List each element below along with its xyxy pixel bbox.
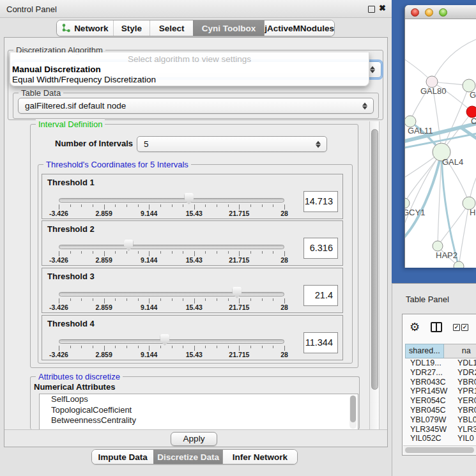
cell[interactable]: YPR1 <box>454 387 476 396</box>
scale-label: 9.144 <box>141 351 157 358</box>
table-row[interactable]: YDR27...YDR2 <box>405 368 476 378</box>
apply-row: Apply <box>4 429 387 447</box>
group-title: Table Data <box>19 88 63 98</box>
cell[interactable]: YER054C <box>405 396 454 406</box>
zoom-traffic-light-icon[interactable] <box>439 8 447 17</box>
network-view-window[interactable]: GAL80 G C GAL11 GAL4 GCY1 H HAP2 <box>404 5 476 268</box>
tab-jactivemnodules[interactable]: jActiveMNodules <box>264 20 334 36</box>
slider-track[interactable] <box>59 339 284 344</box>
list-item[interactable]: SelfLoops <box>40 394 358 405</box>
node-hap2[interactable] <box>433 241 443 251</box>
popup-placeholder-option[interactable]: Select algorithm to view settings <box>10 52 369 65</box>
group-title: Interval Definition <box>36 119 105 129</box>
table-row[interactable]: YIL052CYIL0 <box>405 434 476 443</box>
checkbox-select-none-icon[interactable]: ✓ <box>461 324 468 331</box>
network-canvas[interactable]: GAL80 G C GAL11 GAL4 GCY1 H HAP2 <box>405 19 476 268</box>
cell[interactable]: YBR0 <box>454 406 476 415</box>
column-header-name[interactable]: na <box>444 344 476 358</box>
node-bottom-partial[interactable] <box>454 261 464 268</box>
cell[interactable]: YLR3 <box>454 425 476 434</box>
table-row[interactable]: YLR345WYLR3 <box>405 425 476 434</box>
scale-label: 21.715 <box>229 303 249 311</box>
table-row[interactable]: YPR145WYPR1 <box>405 387 476 396</box>
tab-discretize-data[interactable]: Discretize Data <box>153 450 222 464</box>
table-row[interactable]: YER054CYER0 <box>405 396 476 406</box>
cell[interactable]: YPR145W <box>405 387 454 396</box>
list-scrollbar[interactable] <box>349 395 357 429</box>
scrollbar-thumb[interactable] <box>405 447 474 453</box>
combo-stepper-icon <box>370 66 375 73</box>
popup-option-equal-width[interactable]: Equal Width/Frequency Discretization <box>10 75 369 85</box>
threshold-panel: Threshold 1 -3.4262.8599.14415.4321.7152… <box>42 174 343 219</box>
float-window-icon[interactable] <box>368 6 375 13</box>
scale-label: -3.426 <box>49 210 68 217</box>
table-data-combobox[interactable]: galFiltered.sif default node <box>18 98 374 114</box>
cell[interactable]: YBR043C <box>405 378 454 387</box>
table-row[interactable]: YBR045CYBR0 <box>405 406 476 415</box>
tab-network[interactable]: Network <box>57 20 113 36</box>
gear-icon[interactable]: ⚙ <box>410 320 420 334</box>
threshold-label: Threshold 2 <box>47 224 95 234</box>
combo-value: 5 <box>144 139 149 149</box>
slider-handle[interactable] <box>160 334 169 346</box>
scrollbar-thumb[interactable] <box>371 129 378 390</box>
cell[interactable]: YIL0 <box>454 434 476 443</box>
close-icon[interactable]: ✖ <box>379 3 386 13</box>
scale-label: 2.859 <box>95 210 112 217</box>
minimize-traffic-light-icon[interactable] <box>425 8 433 17</box>
numerical-attributes-list[interactable]: SelfLoops TopologicalCoefficient Between… <box>39 394 358 430</box>
tab-style[interactable]: Style <box>113 20 150 36</box>
threshold-value-field[interactable]: 21.4 <box>303 285 338 306</box>
panel-title: Control Panel <box>6 4 57 14</box>
cell[interactable]: YBL079W <box>405 415 454 425</box>
table-row[interactable]: YBR043CYBR0 <box>405 378 476 387</box>
tab-select[interactable]: Select <box>150 20 193 36</box>
number-of-intervals-combobox[interactable]: 5 <box>137 136 327 152</box>
slider-handle[interactable] <box>124 240 134 251</box>
threshold-value-field[interactable]: 6.316 <box>303 238 338 259</box>
tab-label: Discretize Data <box>157 452 219 462</box>
slider-track[interactable] <box>59 198 284 203</box>
slider-track[interactable] <box>59 245 284 249</box>
panel-scrollbar[interactable] <box>369 121 380 429</box>
list-item[interactable]: BetweennessCentrality <box>40 415 358 426</box>
cell[interactable]: YBL0 <box>454 415 476 425</box>
cell[interactable]: YBR045C <box>405 406 454 415</box>
threshold-label: Threshold 3 <box>47 272 95 281</box>
split-columns-icon[interactable] <box>431 322 442 332</box>
popup-option-manual-discretization[interactable]: Manual Discretization <box>10 65 369 75</box>
table-row[interactable]: YDL19...YDL1 <box>405 358 476 368</box>
tab-cyni-toolbox[interactable]: Cyni Toolbox <box>193 20 264 36</box>
slider-handle[interactable] <box>232 287 242 298</box>
cell[interactable]: YBR0 <box>454 378 476 387</box>
scale-label: 15.43 <box>186 210 203 217</box>
slider-handle[interactable] <box>184 193 194 204</box>
cell[interactable]: YDL19... <box>405 358 454 368</box>
node-label-partial: G <box>470 90 476 100</box>
column-header-shared-name[interactable]: shared... <box>405 344 444 358</box>
attributes-group: Attributes to discretize Numerical Attri… <box>30 376 360 429</box>
cell[interactable]: YDR2 <box>454 368 476 378</box>
cell[interactable]: YIL052C <box>405 434 454 443</box>
checkbox-select-all-icon[interactable]: ✓ <box>453 324 460 331</box>
cell[interactable]: YDL1 <box>454 358 476 368</box>
tab-infer-network[interactable]: Infer Network <box>222 450 297 464</box>
node-gcy1[interactable] <box>405 198 410 208</box>
node-label-partial: C <box>471 116 476 126</box>
table-row[interactable]: YBL079WYBL0 <box>405 415 476 425</box>
cell[interactable]: YDR27... <box>405 368 454 378</box>
network-window-titlebar[interactable] <box>405 5 476 19</box>
scrollbar-thumb[interactable] <box>350 395 356 422</box>
algorithm-dropdown-popup: Select algorithm to view settings Manual… <box>10 52 369 86</box>
threshold-value-field[interactable]: 11.344 <box>303 332 338 353</box>
tab-impute-data[interactable]: Impute Data <box>92 450 153 464</box>
cell[interactable]: YLR345W <box>405 425 454 434</box>
threshold-value-field[interactable]: 14.713 <box>303 191 338 212</box>
close-traffic-light-icon[interactable] <box>411 8 419 17</box>
apply-button[interactable]: Apply <box>171 432 217 446</box>
table-horizontal-scrollbar[interactable] <box>403 445 476 454</box>
cell[interactable]: YER0 <box>454 396 476 406</box>
threshold-panel: Threshold 2 -3.4262.8599.14415.4321.7152… <box>42 220 343 266</box>
list-item[interactable]: TopologicalCoefficient <box>40 405 358 416</box>
slider-track[interactable] <box>59 292 284 296</box>
